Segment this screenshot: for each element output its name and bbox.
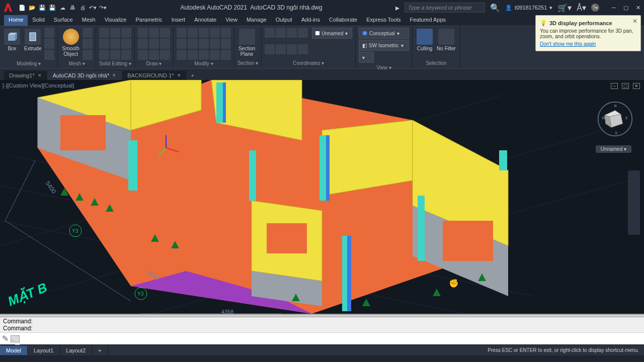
cmd-toggle-icon[interactable]: ✎	[2, 334, 9, 343]
tab-collaborate[interactable]: Collaborate	[325, 15, 362, 26]
mod-btn[interactable]	[199, 39, 209, 49]
search-input[interactable]: Type a keyword or phrase	[405, 3, 485, 13]
search-icon[interactable]: 🔍	[490, 3, 500, 13]
se-btn[interactable]	[110, 28, 120, 38]
panel-label[interactable]: Modeling ▾	[3, 60, 54, 67]
tab-close-icon[interactable]: ✕	[38, 73, 42, 78]
panel-label[interactable]: Coordinates ▾	[265, 59, 352, 67]
viewcube-ucs-label[interactable]: Unnamed ▾	[596, 145, 631, 153]
draw-btn[interactable]	[149, 39, 159, 49]
save-icon[interactable]: 💾	[38, 3, 47, 12]
coord-btn[interactable]	[265, 44, 275, 54]
mod-btn[interactable]	[188, 50, 198, 60]
cart-icon[interactable]: 🛒▾	[557, 3, 572, 13]
draw-btn[interactable]	[160, 28, 170, 38]
doc-tab-active[interactable]: AutoCAD 3D ngôi nhà*✕	[48, 71, 122, 80]
undo-icon[interactable]: ↶▾	[88, 3, 97, 12]
se-btn[interactable]	[110, 50, 120, 60]
tab-home[interactable]: Home	[4, 15, 28, 26]
model-viewport[interactable]: [-][Custom View][Conceptual] ─ ▢ ✕ EWNS …	[0, 80, 644, 314]
mod-btn[interactable]	[210, 39, 220, 49]
visual-style-dropdown[interactable]: Conceptual▾	[359, 28, 409, 39]
tab-featured[interactable]: Featured Apps	[406, 15, 451, 26]
user-menu[interactable]: 👤 t0918176251 ▾	[505, 5, 552, 11]
mesh-btn1[interactable]	[83, 28, 93, 38]
se-btn[interactable]	[99, 50, 109, 60]
presspull-button[interactable]	[44, 39, 54, 49]
command-input[interactable]	[22, 335, 642, 342]
se-btn[interactable]	[121, 39, 131, 49]
tab-view[interactable]: View	[221, 15, 242, 26]
coord-btn[interactable]	[298, 44, 308, 54]
minimize-button[interactable]: ─	[610, 4, 617, 11]
new-icon[interactable]: 📄	[18, 3, 27, 12]
search-trigger-icon[interactable]: ▸	[395, 3, 399, 13]
app-logo-icon[interactable]	[3, 2, 14, 13]
doc-tab-background[interactable]: BACKGROUND 1*✕	[122, 71, 186, 80]
steering-wheel-icon[interactable]	[629, 173, 638, 184]
tab-express[interactable]: Express Tools	[362, 15, 405, 26]
tab-addins[interactable]: Add-ins	[297, 15, 325, 26]
draw-btn[interactable]	[160, 50, 170, 60]
nofilter-button[interactable]: No Filter	[436, 28, 457, 59]
vp-close-button[interactable]: ✕	[633, 83, 640, 89]
mesh-btn2[interactable]	[83, 39, 93, 49]
doc-tab-drawing1[interactable]: Drawing1*✕	[4, 71, 47, 80]
panel-label[interactable]: Section ▾	[237, 59, 258, 67]
tab-solid[interactable]: Solid	[28, 15, 49, 26]
revolve-button[interactable]	[44, 50, 54, 60]
coord-btn[interactable]	[287, 44, 297, 54]
tab-annotate[interactable]: Annotate	[190, 15, 221, 26]
se-btn[interactable]	[99, 39, 109, 49]
mod-btn[interactable]	[188, 39, 198, 49]
mod-btn[interactable]	[221, 39, 231, 49]
tab-output[interactable]: Output	[271, 15, 297, 26]
panel-label[interactable]: Modify ▾	[177, 60, 231, 67]
vp-minimize-button[interactable]: ─	[611, 83, 618, 89]
tab-close-icon[interactable]: ✕	[112, 73, 116, 78]
coord-btn[interactable]	[276, 28, 286, 38]
tab-manage[interactable]: Manage	[242, 15, 271, 26]
draw-btn[interactable]	[138, 39, 148, 49]
viewcube[interactable]: EWNS	[596, 100, 634, 138]
open-icon[interactable]: 📂	[28, 3, 37, 12]
mod-btn[interactable]	[177, 50, 187, 60]
mod-btn[interactable]	[221, 28, 231, 38]
saveas-icon[interactable]: 💾	[48, 3, 57, 12]
mod-btn[interactable]	[199, 28, 209, 38]
redo-icon[interactable]: ↷▾	[98, 3, 107, 12]
ucs-unnamed-dropdown[interactable]: Unnamed▾	[312, 28, 352, 39]
tab-close-icon[interactable]: ✕	[177, 73, 181, 78]
layout-tab-layout2[interactable]: Layout2	[60, 346, 92, 355]
culling-button[interactable]: Culling	[416, 28, 434, 59]
pan-icon[interactable]	[629, 185, 638, 196]
close-button[interactable]: ✕	[634, 4, 641, 11]
smooth-object-button[interactable]: Smooth Object	[61, 28, 80, 60]
tab-mesh[interactable]: Mesh	[77, 15, 100, 26]
mesh-btn3[interactable]	[83, 50, 93, 60]
coord-btn[interactable]	[287, 28, 297, 38]
tab-insert[interactable]: Insert	[167, 15, 190, 26]
plot-icon[interactable]: 🖶	[68, 3, 77, 12]
mod-btn[interactable]	[177, 39, 187, 49]
orbit-icon[interactable]	[629, 209, 638, 220]
mod-btn[interactable]	[199, 50, 209, 60]
viewport-label[interactable]: [-][Custom View][Conceptual]	[3, 82, 74, 88]
panel-label[interactable]: Mesh ▾	[61, 60, 92, 67]
draw-btn[interactable]	[138, 28, 148, 38]
app-switcher-icon[interactable]: Å▾	[577, 3, 586, 13]
help-icon[interactable]: ?▾	[591, 4, 599, 12]
panel-label[interactable]: Draw ▾	[138, 60, 170, 67]
add-tab-button[interactable]: +	[187, 71, 198, 80]
layout-tab-layout1[interactable]: Layout1	[28, 346, 60, 355]
se-btn[interactable]	[121, 28, 131, 38]
se-btn[interactable]	[121, 50, 131, 60]
coord-btn[interactable]	[276, 44, 286, 54]
mod-btn[interactable]	[221, 50, 231, 60]
zoom-icon[interactable]	[629, 197, 638, 208]
restore-button[interactable]: ▢	[622, 4, 629, 11]
box-button[interactable]: Box	[3, 28, 21, 60]
cloud-icon[interactable]: ☁	[58, 3, 67, 12]
panel-label[interactable]: Solid Editing ▾	[99, 60, 131, 67]
tab-surface[interactable]: Surface	[49, 15, 77, 26]
